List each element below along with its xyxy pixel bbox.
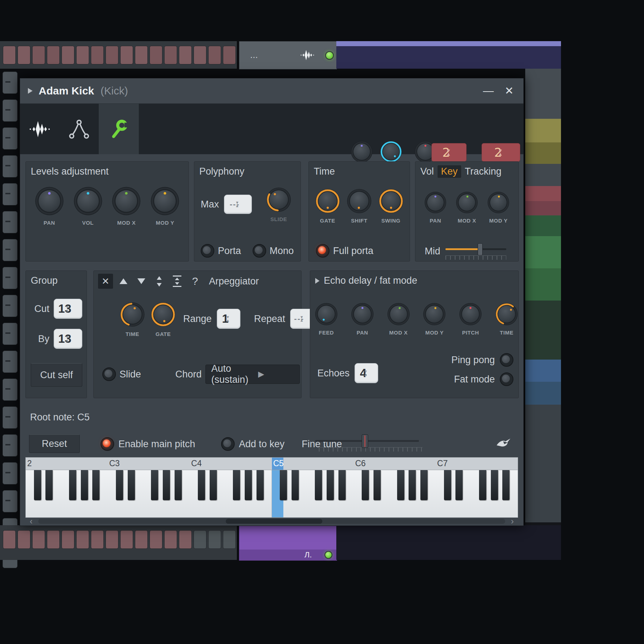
slide-time-knob[interactable]: SLIDE <box>266 187 292 222</box>
step-cell[interactable] <box>120 46 133 64</box>
step-cell[interactable] <box>47 530 60 549</box>
step-cell[interactable] <box>135 46 148 64</box>
channel-edge-button[interactable] <box>3 267 18 289</box>
scrollbar-thumb[interactable] <box>226 519 322 524</box>
channel-menu-dots[interactable]: ... <box>250 49 258 60</box>
cut-by-spinner[interactable]: 13 ▲▼ <box>54 329 82 349</box>
step-cell[interactable] <box>91 530 104 549</box>
black-key[interactable] <box>315 470 322 500</box>
tab-misc-functions[interactable] <box>99 104 139 154</box>
playlist-clip-fragment[interactable] <box>525 215 561 236</box>
reset-button[interactable]: Reset <box>29 434 80 453</box>
black-key[interactable] <box>128 470 135 500</box>
mod-y-knob[interactable]: MOD Y <box>423 302 446 336</box>
add-to-key-radio[interactable] <box>221 437 235 451</box>
arp-chord-dropdown[interactable]: Auto (sustain)▶ <box>205 365 300 384</box>
black-key[interactable] <box>338 470 346 500</box>
pattern-clip[interactable]: Л. <box>239 525 337 561</box>
black-key[interactable] <box>409 470 416 500</box>
arp-range-spinner[interactable]: 1 ▲▼ <box>217 309 240 329</box>
black-key[interactable] <box>397 470 404 500</box>
step-cell[interactable] <box>120 530 133 549</box>
track-value[interactable]: 2 ▲▼ <box>482 143 520 162</box>
channel-button[interactable]: ... <box>239 41 337 69</box>
step-cell[interactable] <box>208 530 221 549</box>
window-titlebar[interactable]: Adam Kick (Kick) — ✕ <box>20 78 523 104</box>
playlist-clip-fragment[interactable] <box>525 201 561 215</box>
step-cell[interactable] <box>208 46 221 64</box>
clip-led[interactable] <box>325 551 332 559</box>
playlist-clip-fragment[interactable] <box>525 360 561 382</box>
black-key[interactable] <box>151 470 158 500</box>
channel-edge-button[interactable] <box>3 434 18 457</box>
playlist-clip-fragment[interactable] <box>525 382 561 405</box>
tracking-vol-tab[interactable]: Vol <box>420 166 434 177</box>
key-tracking-mid-slider[interactable] <box>445 243 506 260</box>
step-cell[interactable] <box>18 530 30 549</box>
black-key[interactable] <box>116 470 123 500</box>
black-key[interactable] <box>444 470 451 500</box>
mod-y-knob[interactable]: MOD Y <box>487 191 510 224</box>
pan-knob[interactable]: PAN <box>351 302 374 336</box>
tab-sample[interactable] <box>20 104 59 154</box>
black-key[interactable] <box>455 470 463 500</box>
step-cell[interactable] <box>164 46 177 64</box>
channel-edge-button[interactable] <box>3 462 18 484</box>
playlist-clip-fragment[interactable] <box>525 236 561 268</box>
playlist-clip-fragment[interactable] <box>525 119 561 142</box>
black-key[interactable] <box>292 470 299 500</box>
playlist-clip-fragment[interactable] <box>525 142 561 164</box>
step-cell[interactable] <box>3 46 16 64</box>
channel-edge-button[interactable] <box>3 127 18 150</box>
echo-expand-icon[interactable] <box>315 278 319 284</box>
black-key[interactable] <box>163 470 170 500</box>
step-cell[interactable] <box>91 46 104 64</box>
arp-off-button[interactable]: ✕ <box>98 274 113 289</box>
step-cell[interactable] <box>32 46 45 64</box>
black-key[interactable] <box>175 470 182 500</box>
black-key[interactable] <box>280 470 287 500</box>
black-key[interactable] <box>45 470 53 500</box>
vol-knob[interactable]: VOL <box>73 186 103 226</box>
channel-edge-button[interactable] <box>3 239 18 261</box>
cut-self-button[interactable]: Cut self <box>31 363 82 387</box>
black-key[interactable] <box>210 470 217 500</box>
black-key[interactable] <box>374 470 381 500</box>
pan-knob[interactable]: PAN <box>424 191 447 224</box>
arp-updown-bounce-button[interactable] <box>170 274 185 289</box>
full-porta-radio[interactable] <box>316 244 330 258</box>
scroll-right-arrow[interactable]: › <box>511 516 514 526</box>
playlist-clip-fragment[interactable] <box>525 164 561 186</box>
step-cell[interactable] <box>194 530 206 549</box>
arp-up-button[interactable] <box>116 274 131 289</box>
step-cell[interactable] <box>135 530 148 549</box>
playlist-clip-fragment[interactable] <box>525 186 561 201</box>
porta-radio[interactable] <box>201 244 214 258</box>
arp-random-help[interactable]: ? <box>187 274 203 289</box>
mod-x-knob[interactable]: MOD X <box>111 186 141 226</box>
minimize-button[interactable]: — <box>480 83 496 98</box>
playlist-clip-fragment[interactable] <box>525 301 561 360</box>
enable-main-pitch-radio[interactable] <box>101 437 114 451</box>
scroll-left-arrow[interactable]: ‹ <box>30 516 33 526</box>
step-cell[interactable] <box>194 46 206 64</box>
octave-cell-highlight[interactable]: C5 <box>272 458 284 470</box>
channel-edge-button[interactable] <box>3 155 18 177</box>
channel-edge-button[interactable] <box>3 490 18 512</box>
tab-envelope[interactable] <box>59 104 99 154</box>
keyboard-keys[interactable] <box>25 470 518 518</box>
step-cell[interactable] <box>32 530 45 549</box>
step-cell[interactable] <box>164 530 177 549</box>
channel-edge-button[interactable] <box>3 99 18 122</box>
step-cell[interactable] <box>3 530 16 549</box>
step-cell[interactable] <box>106 530 118 549</box>
arp-down-button[interactable] <box>134 274 149 289</box>
black-key[interactable] <box>92 470 99 500</box>
pitch-range-value[interactable]: 2 ▲▼ <box>431 143 467 162</box>
channel-led[interactable] <box>325 51 334 60</box>
channel-edge-button[interactable] <box>3 379 18 401</box>
shift-knob[interactable]: SHIFT <box>346 188 372 224</box>
step-cell[interactable] <box>179 530 192 549</box>
pan-knob[interactable]: PAN <box>34 186 64 226</box>
bird-preview-icon[interactable] <box>496 436 515 450</box>
